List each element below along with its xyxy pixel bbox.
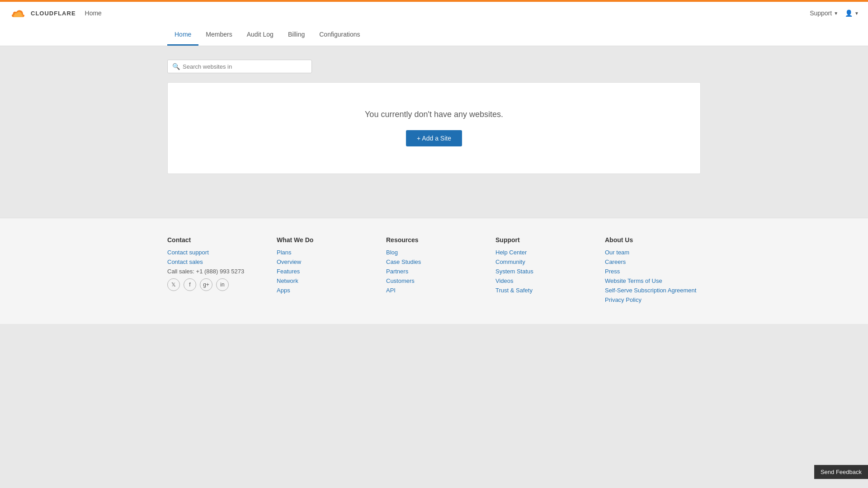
tab-home[interactable]: Home [167, 24, 198, 46]
customers-link[interactable]: Customers [386, 277, 482, 284]
add-site-button[interactable]: + Add a Site [406, 130, 462, 146]
help-center-link[interactable]: Help Center [495, 249, 591, 256]
logo[interactable]: CLOUDFLARE [9, 8, 76, 19]
careers-link[interactable]: Careers [605, 258, 701, 265]
account-arrow-icon: ▼ [854, 11, 859, 16]
system-status-link[interactable]: System Status [495, 268, 591, 275]
network-link[interactable]: Network [277, 277, 373, 284]
twitter-icon[interactable]: 𝕏 [167, 278, 180, 291]
partners-link[interactable]: Partners [386, 268, 482, 275]
header-right: Support ▼ 👤 ▼ [810, 9, 859, 17]
footer-what-we-do-heading: What We Do [277, 236, 373, 244]
facebook-icon[interactable]: f [184, 278, 196, 291]
footer-about-us: About Us Our team Careers Press Website … [605, 236, 701, 306]
footer-contact-heading: Contact [167, 236, 263, 244]
contact-sales-link[interactable]: Contact sales [167, 258, 263, 265]
account-icon: 👤 [845, 9, 853, 17]
home-link[interactable]: Home [85, 9, 102, 17]
apps-link[interactable]: Apps [277, 287, 373, 294]
tab-configurations[interactable]: Configurations [312, 24, 367, 46]
nav-tabs: Home Members Audit Log Billing Configura… [0, 24, 868, 46]
search-icon: 🔍 [172, 63, 180, 70]
cloudflare-logo-icon [9, 8, 27, 19]
support-label: Support [810, 9, 832, 17]
search-bar: 🔍 [167, 60, 312, 73]
footer-grid: Contact Contact support Contact sales Ca… [167, 236, 701, 306]
empty-message: You currently don't have any websites. [186, 110, 682, 119]
logo-text: CLOUDFLARE [31, 10, 76, 17]
privacy-policy-link[interactable]: Privacy Policy [605, 296, 701, 303]
empty-state-card: You currently don't have any websites. +… [167, 82, 701, 174]
tab-billing[interactable]: Billing [281, 24, 312, 46]
videos-link[interactable]: Videos [495, 277, 591, 284]
support-dropdown[interactable]: Support ▼ [810, 9, 838, 17]
search-input[interactable] [183, 63, 291, 70]
contact-support-link[interactable]: Contact support [167, 249, 263, 256]
header: CLOUDFLARE Home Support ▼ 👤 ▼ [0, 2, 868, 24]
community-link[interactable]: Community [495, 258, 591, 265]
plans-link[interactable]: Plans [277, 249, 373, 256]
footer-about-us-heading: About Us [605, 236, 701, 244]
overview-link[interactable]: Overview [277, 258, 373, 265]
header-left: CLOUDFLARE Home [9, 8, 102, 19]
trust-safety-link[interactable]: Trust & Safety [495, 287, 591, 294]
footer: Contact Contact support Contact sales Ca… [0, 218, 868, 324]
send-feedback-button[interactable]: Send Feedback [814, 465, 868, 479]
self-serve-link[interactable]: Self-Serve Subscription Agreement [605, 287, 701, 294]
api-link[interactable]: API [386, 287, 482, 294]
press-link[interactable]: Press [605, 268, 701, 275]
support-arrow-icon: ▼ [834, 11, 838, 16]
tab-members[interactable]: Members [198, 24, 239, 46]
account-dropdown[interactable]: 👤 ▼ [845, 9, 859, 17]
footer-resources-heading: Resources [386, 236, 482, 244]
case-studies-link[interactable]: Case Studies [386, 258, 482, 265]
blog-link[interactable]: Blog [386, 249, 482, 256]
call-sales-text: Call sales: +1 (888) 993 5273 [167, 268, 263, 275]
main-content: 🔍 You currently don't have any websites.… [0, 46, 868, 218]
footer-contact: Contact Contact support Contact sales Ca… [167, 236, 263, 306]
footer-support-heading: Support [495, 236, 591, 244]
footer-resources: Resources Blog Case Studies Partners Cus… [386, 236, 482, 306]
tab-audit-log[interactable]: Audit Log [240, 24, 281, 46]
googleplus-icon[interactable]: g+ [200, 278, 212, 291]
social-icons: 𝕏 f g+ in [167, 278, 263, 291]
footer-what-we-do: What We Do Plans Overview Features Netwo… [277, 236, 373, 306]
footer-support: Support Help Center Community System Sta… [495, 236, 591, 306]
linkedin-icon[interactable]: in [216, 278, 229, 291]
features-link[interactable]: Features [277, 268, 373, 275]
our-team-link[interactable]: Our team [605, 249, 701, 256]
website-terms-link[interactable]: Website Terms of Use [605, 277, 701, 284]
